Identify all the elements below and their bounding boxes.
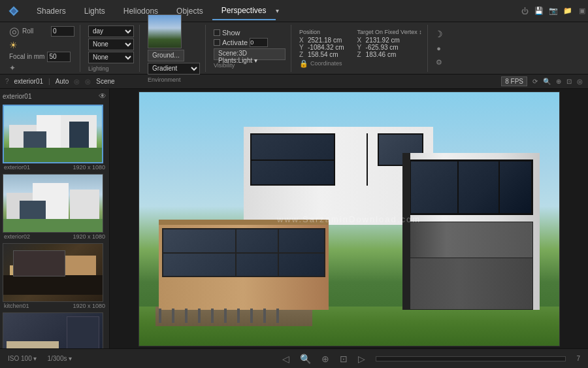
y-axis-label: Y	[299, 44, 306, 51]
sun-icon: ☀	[9, 40, 18, 50]
gradient-row: Gradient	[148, 63, 200, 75]
target-label: Target On Fixed Vertex ↕	[357, 29, 422, 35]
thumbnail-kitchen01-1[interactable]: kitchen01_1 1920 x 1080	[3, 312, 106, 348]
folder-icon[interactable]: 📁	[562, 5, 574, 17]
moon-icon[interactable]: ☽	[433, 28, 445, 40]
xt-axis: X	[357, 37, 364, 44]
thumb-img-kitchen01	[3, 243, 103, 302]
roll-label: Roll	[22, 27, 48, 35]
environment-label: Environment	[148, 76, 181, 83]
lock-icon[interactable]: 🔒	[299, 59, 308, 68]
page-number: 7	[576, 355, 580, 362]
target-label-row: Target On Fixed Vertex ↕	[357, 29, 422, 35]
roll-icon: ◎	[9, 24, 20, 39]
progress-bar	[376, 356, 566, 361]
tb-icon-5[interactable]: ◎	[577, 78, 583, 85]
none-select-1[interactable]: None	[88, 39, 134, 50]
camera-name: exterior01	[14, 78, 43, 85]
menu-perspectives[interactable]: Perspectives	[212, 2, 276, 20]
save-icon[interactable]: 💾	[533, 5, 545, 17]
activate-row: Activate	[214, 38, 268, 47]
z-target-row: Z 183.46 cm	[357, 51, 422, 58]
viewport[interactable]: www.SarzaminDownload.com	[110, 89, 588, 348]
position-label: Position	[299, 29, 344, 35]
scene-content: www.SarzaminDownload.com	[139, 92, 559, 346]
tb-icon-1[interactable]: ⟳	[532, 78, 538, 85]
shutter-item[interactable]: 1/300s ▾	[47, 355, 72, 362]
nav-fit[interactable]: ⊡	[340, 354, 348, 364]
nav-forward[interactable]: ▷	[358, 354, 365, 364]
building-left	[159, 225, 329, 310]
scene-tab[interactable]: Scene	[96, 78, 114, 85]
focal-row: Focal in mm	[9, 52, 71, 62]
y-target-value: -625.93 cm	[366, 44, 399, 51]
tb-icon-2[interactable]: 🔍	[543, 78, 551, 85]
thumb-name-exterior02: exterior02	[4, 233, 30, 240]
menu-items: Shaders Lights Heliodons Objects Perspec…	[27, 2, 519, 20]
building-right	[402, 153, 540, 310]
scene-button[interactable]: Scene:3D Plants:Light ▾	[214, 48, 286, 60]
star-row: ✦	[9, 63, 16, 73]
coordinates-label-row: 🔒 Coordinates	[299, 59, 342, 68]
coords-grid: Position X 2521.18 cm Y -1084.32 cm Z 15…	[299, 29, 422, 58]
lighting-label: Lighting	[88, 65, 109, 72]
none-select-2[interactable]: None	[88, 52, 134, 63]
thumbnail-exterior02[interactable]: exterior02 1920 x 1080	[3, 174, 106, 241]
thumb-name-exterior01: exterior01	[4, 164, 30, 171]
star-icon: ✦	[9, 63, 16, 73]
show-checkbox[interactable]	[214, 29, 220, 36]
bottom-bar: ISO 100 ▾ 1/300s ▾ ◁ 🔍 ⊕ ⊡ ▷ 7	[0, 348, 588, 368]
x-pos-row: X 2521.18 cm	[299, 37, 344, 44]
fps-badge: 8 FPS	[501, 76, 527, 86]
thumb-res-exterior01: 1920 x 1080	[73, 164, 105, 171]
y-pos-row: Y -1084.32 cm	[299, 44, 344, 51]
ground-row: Ground...	[148, 50, 184, 61]
menu-lights[interactable]: Lights	[75, 3, 114, 20]
thumb-img-exterior02	[3, 174, 103, 233]
power-icon[interactable]: ⏻	[519, 5, 531, 17]
roll-input[interactable]	[51, 26, 74, 37]
thumbnail-exterior01[interactable]: exterior01 1920 x 1080	[3, 105, 106, 171]
thumb-info-kitchen01: kitchen01 1920 x 1080	[3, 302, 106, 310]
circle-icon[interactable]: ●	[433, 42, 445, 54]
perspectives-arrow[interactable]: ▾	[276, 7, 279, 14]
activate-label: Activate	[222, 39, 248, 46]
visibility-section: Show Activate Scene:3D Plants:Light ▾ Vi…	[208, 25, 291, 72]
env-preview[interactable]	[148, 14, 182, 48]
nav-back[interactable]: ◁	[282, 354, 289, 364]
toolbar: ◎ Roll ☀ Focal in mm ✦ day None N	[0, 22, 588, 75]
nav-center[interactable]: ⊕	[321, 354, 329, 364]
question-icon: ?	[5, 78, 9, 85]
iso-item[interactable]: ISO 100 ▾	[8, 355, 37, 362]
z-pos-value: 158.54 cm	[308, 51, 338, 58]
thumb-name-kitchen01: kitchen01	[4, 303, 29, 309]
show-label: Show	[222, 29, 240, 37]
x-target-value: 2131.92 cm	[366, 37, 400, 44]
secondary-toolbar: ? exterior01 | Auto ◎ ◎ Scene 8 FPS ⟳ 🔍 …	[0, 75, 588, 89]
tb-icon-3[interactable]: ⊕	[556, 78, 561, 85]
gradient-select[interactable]: Gradient	[148, 63, 200, 75]
nav-zoom[interactable]: 🔍	[300, 354, 311, 364]
toolbar-right-icons: ☽ ● ⚙	[433, 28, 445, 69]
eye-icon[interactable]: 👁	[99, 92, 106, 101]
tb-icon-4[interactable]: ⊡	[566, 78, 572, 85]
z-axis-label: Z	[299, 51, 306, 58]
grid-icon[interactable]: ▣	[576, 5, 588, 17]
camera-label: exterior01	[3, 93, 31, 100]
day-select[interactable]: day	[88, 25, 134, 37]
camera-icon[interactable]: 📷	[547, 5, 559, 17]
settings-icon[interactable]: ⚙	[433, 57, 445, 69]
thumb-img-exterior01	[3, 105, 103, 163]
zt-axis: Z	[357, 51, 364, 58]
thumbnail-kitchen01[interactable]: kitchen01 1920 x 1080	[3, 243, 106, 310]
ground-button[interactable]: Ground...	[148, 50, 184, 61]
focal-input[interactable]	[47, 52, 71, 62]
environment-section: Ground... Gradient Environment	[142, 25, 206, 72]
coordinates-label: Coordinates	[310, 60, 342, 67]
activate-input[interactable]	[250, 38, 268, 47]
activate-checkbox[interactable]	[214, 39, 220, 46]
scene-row: Scene:3D Plants:Light ▾	[214, 48, 286, 60]
auto-label[interactable]: Auto	[56, 78, 69, 85]
menu-shaders[interactable]: Shaders	[27, 3, 75, 20]
coordinates-section: Position X 2521.18 cm Y -1084.32 cm Z 15…	[294, 25, 428, 72]
